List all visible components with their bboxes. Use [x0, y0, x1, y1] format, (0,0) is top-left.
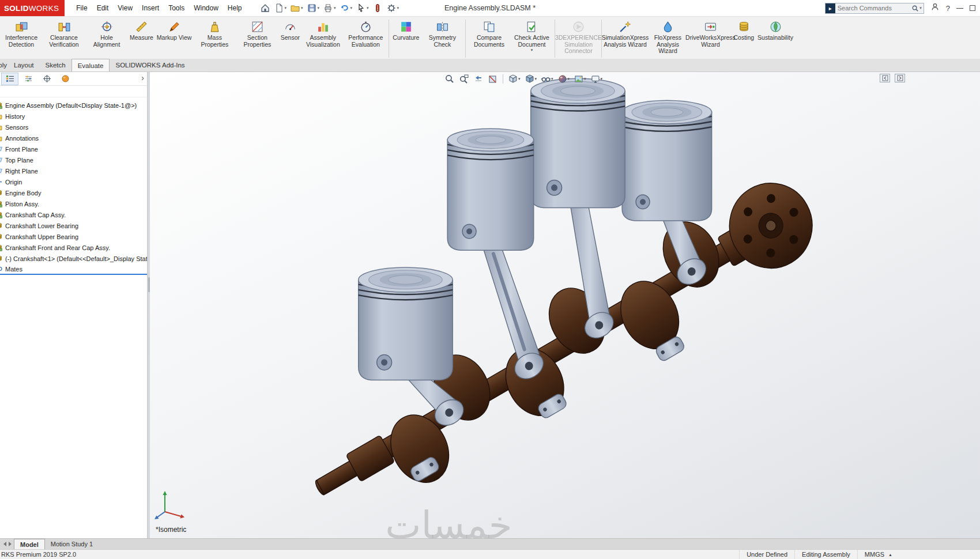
menu-file[interactable]: File: [71, 0, 92, 16]
rebuild-icon[interactable]: [371, 1, 385, 15]
sustainability-button[interactable]: Sustainability: [756, 18, 795, 42]
measure-button[interactable]: Measure: [128, 18, 155, 42]
markup-view-button[interactable]: Markup View: [155, 18, 194, 42]
check-active-document-icon: [525, 19, 538, 35]
section-properties-button[interactable]: Section Properties: [236, 18, 278, 48]
minimize-icon[interactable]: —: [956, 4, 963, 12]
tree-item-mates[interactable]: Mates: [0, 264, 147, 275]
curvature-button[interactable]: Curvature: [391, 18, 421, 42]
tree-item-crankshaft-upper-bearing[interactable]: Crankshaft Upper Bearing: [0, 231, 147, 242]
previous-view-icon[interactable]: [472, 73, 485, 85]
check-active-document-button[interactable]: Check Active Document▾: [510, 18, 553, 53]
status-units[interactable]: MMGS▲: [857, 550, 899, 559]
displaymanager-tab[interactable]: [56, 73, 74, 85]
tab-scroll-left-icon[interactable]: [3, 542, 6, 546]
save-icon[interactable]: ▾: [305, 1, 322, 15]
undo-icon[interactable]: ▾: [338, 1, 355, 15]
user-account-icon[interactable]: [930, 2, 940, 14]
options-gear-icon[interactable]: ▾: [385, 1, 401, 15]
assembly-component-icon: [0, 200, 3, 207]
view-settings-icon[interactable]: ▾: [589, 73, 604, 85]
tree-item-crankshaft-front-rear-cap-assy[interactable]: Crankshaft Front and Rear Cap Assy.: [0, 242, 147, 253]
menu-insert[interactable]: Insert: [137, 0, 164, 16]
featuremanager-header: ›: [0, 72, 147, 86]
tab-scroll-buttons[interactable]: [1, 539, 14, 549]
section-properties-icon: [251, 19, 264, 35]
sensor-button[interactable]: Sensor: [278, 18, 301, 42]
tree-item-piston-assy[interactable]: Piston Assy.: [0, 198, 147, 209]
select-icon[interactable]: ▾: [354, 1, 371, 15]
restore-window-icon[interactable]: [970, 5, 975, 11]
tree-item-right-plane[interactable]: Right Plane: [0, 165, 147, 176]
print-icon[interactable]: ▾: [321, 1, 338, 15]
engine-assembly-model[interactable]: [150, 72, 980, 538]
tab-scroll-right-icon[interactable]: [9, 542, 12, 546]
view-orientation-icon[interactable]: ▾: [507, 73, 522, 85]
propertymanager-tab[interactable]: [20, 73, 37, 85]
driveworksxpress-wizard-button[interactable]: DriveWorksXpress Wizard: [689, 18, 732, 48]
apply-scene-icon[interactable]: ▾: [572, 73, 587, 85]
tree-item-top-plane[interactable]: Top Plane: [0, 154, 147, 165]
tree-item-crankshaft-lower-bearing[interactable]: Crankshaft Lower Bearing: [0, 220, 147, 231]
menu-edit[interactable]: Edit: [92, 0, 114, 16]
tree-item-annotations[interactable]: Annotations: [0, 133, 147, 143]
featuremanager-tree-tab[interactable]: [1, 73, 18, 85]
tab-motion-study-1[interactable]: Motion Study 1: [45, 539, 99, 549]
tree-item-crankshaft[interactable]: (-) Crankshaft<1> (Default<<Default>_Dis…: [0, 253, 147, 264]
simulationxpress-icon: [619, 19, 632, 35]
tab-model[interactable]: Model: [14, 539, 45, 549]
open-icon[interactable]: ▾: [288, 1, 305, 15]
interference-detection-button[interactable]: Interference Detection: [0, 18, 43, 48]
menu-help[interactable]: Help: [223, 0, 247, 16]
sensor-icon: [284, 19, 297, 35]
clearance-verification-button[interactable]: Clearance Verification: [43, 18, 85, 48]
tree-item-sensors[interactable]: Sensors: [0, 122, 147, 133]
tree-item-front-plane[interactable]: Front Plane: [0, 143, 147, 154]
search-input[interactable]: [835, 5, 911, 12]
hole-alignment-button[interactable]: Hole Alignment: [85, 18, 128, 48]
tree-item-history[interactable]: History: [0, 111, 147, 122]
tree-item-crankshaft-cap-assy[interactable]: Crankshaft Cap Assy.: [0, 209, 147, 220]
symmetry-check-button[interactable]: Symmetry Check: [421, 18, 463, 48]
tree-filter-row[interactable]: [0, 86, 147, 97]
tree-item-assembly[interactable]: Engine Assembly (Default<Display State-1…: [0, 100, 147, 111]
component-icon: [0, 222, 3, 229]
pane-expand-left-icon[interactable]: [880, 74, 890, 82]
performance-evaluation-button[interactable]: Performance Evaluation: [344, 18, 387, 48]
flyout-arrow-icon[interactable]: ›: [141, 73, 144, 82]
menu-tools[interactable]: Tools: [164, 0, 189, 16]
dimxpertmanager-tab[interactable]: [38, 73, 55, 85]
floxpress-wizard-button[interactable]: FloXpress Analysis Wizard: [646, 18, 689, 55]
zoom-to-area-icon[interactable]: [458, 73, 470, 85]
tab-layout[interactable]: Layout: [8, 59, 40, 71]
tab-assembly[interactable]: Assembly: [0, 59, 8, 71]
tree-item-origin[interactable]: Origin: [0, 176, 147, 187]
simulationxpress-wizard-button[interactable]: SimulationXpress Analysis Wizard: [604, 18, 646, 48]
assembly-visualization-button[interactable]: Assembly Visualization: [301, 18, 344, 48]
mass-properties-button[interactable]: Mass Properties: [193, 18, 236, 48]
plane-icon: [0, 145, 3, 153]
tab-sketch[interactable]: Sketch: [40, 59, 71, 71]
watermark: خمسات: [385, 503, 512, 538]
display-style-icon[interactable]: ▾: [523, 73, 538, 85]
zoom-to-fit-icon[interactable]: [443, 73, 456, 85]
menu-view[interactable]: View: [113, 0, 137, 16]
tab-solidworks-add-ins[interactable]: SOLIDWORKS Add-Ins: [110, 59, 190, 71]
menu-window[interactable]: Window: [189, 0, 223, 16]
new-document-icon[interactable]: ▾: [272, 1, 289, 15]
hide-show-items-icon[interactable]: ▾: [540, 73, 555, 85]
heads-up-view-toolbar: ▾ ▾ ▾ ▾ ▾ ▾: [443, 73, 604, 85]
graphics-viewport[interactable]: ▾ ▾ ▾ ▾ ▾ ▾ *Isometric خمسات: [150, 72, 980, 538]
edit-appearance-icon[interactable]: ▾: [556, 73, 571, 85]
costing-button[interactable]: Costing: [732, 18, 756, 42]
tab-evaluate[interactable]: Evaluate: [71, 59, 110, 71]
compare-documents-button[interactable]: Compare Documents: [468, 18, 510, 48]
help-icon[interactable]: ?: [946, 4, 950, 13]
section-view-icon[interactable]: [487, 73, 499, 85]
search-icon[interactable]: ▾: [911, 5, 924, 12]
pane-expand-right-icon[interactable]: [895, 74, 905, 82]
tree-item-engine-body[interactable]: Engine Body: [0, 187, 147, 198]
home-icon[interactable]: [258, 1, 272, 15]
plane-icon: [0, 156, 3, 164]
markup-view-icon: [168, 19, 181, 35]
